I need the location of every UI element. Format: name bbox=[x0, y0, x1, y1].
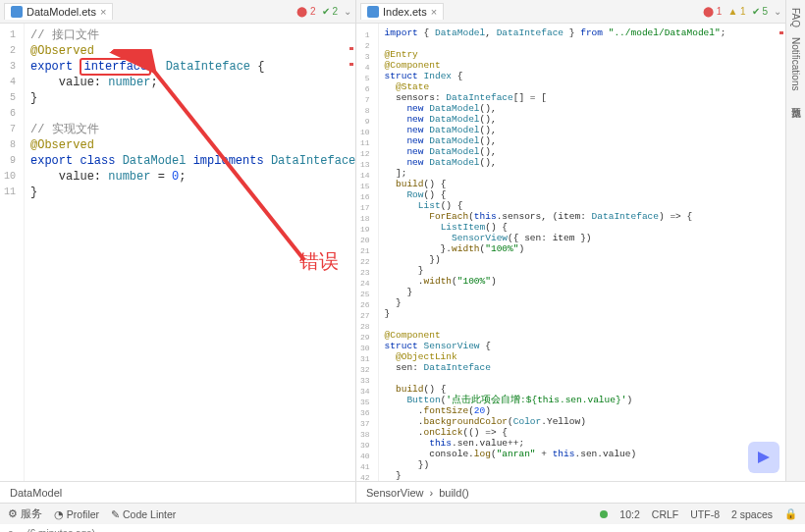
warn-count-icon: ▲ 1 bbox=[727, 6, 745, 17]
error-marker[interactable] bbox=[349, 63, 353, 66]
right-breadcrumb[interactable]: SensorView › build() bbox=[356, 482, 479, 503]
right-editor[interactable]: 1234567891011121314151617181920212223242… bbox=[356, 24, 785, 481]
annotation-label: 错误 bbox=[299, 248, 339, 275]
status-left: ⚙ 服务 ◔ Profiler ✎ Code Linter bbox=[8, 507, 176, 521]
code-linter-button[interactable]: ✎ Code Linter bbox=[111, 508, 176, 520]
faq-tool[interactable]: FAQ bbox=[790, 8, 801, 27]
file-icon bbox=[367, 6, 379, 18]
left-tab-status: ⬤ 2 ✔ 2 ⌄ bbox=[296, 6, 351, 17]
line-ending[interactable]: CRLF bbox=[652, 508, 678, 520]
left-gutter: 1234567891011 bbox=[0, 24, 25, 481]
cursor-position[interactable]: 10:2 bbox=[619, 508, 639, 520]
error-count-icon: ⬤ 2 bbox=[296, 6, 315, 17]
status-bar: ⚙ 服务 ◔ Profiler ✎ Code Linter 10:2 CRLF … bbox=[0, 503, 805, 524]
breadcrumb-item[interactable]: SensorView bbox=[366, 487, 424, 499]
file-icon bbox=[11, 6, 23, 18]
chevron-icon[interactable]: ⌄ bbox=[774, 6, 781, 17]
left-editor-pane: DataModel.ets × ⬤ 2 ✔ 2 ⌄ 1234567891011 … bbox=[0, 0, 356, 481]
ok-count-icon: ✔ 2 bbox=[322, 6, 338, 17]
encoding[interactable]: UTF-8 bbox=[690, 508, 720, 520]
breadcrumb-item[interactable]: build() bbox=[439, 487, 469, 499]
left-breadcrumb[interactable]: DataModel bbox=[0, 482, 356, 503]
breadcrumb-item[interactable]: DataModel bbox=[10, 487, 62, 499]
status-right: 10:2 CRLF UTF-8 2 spaces 🔒 bbox=[600, 507, 797, 520]
notifications-tool[interactable]: Notifications bbox=[790, 37, 801, 90]
sync-status-icon[interactable] bbox=[600, 510, 608, 518]
tab-label: Index.ets bbox=[383, 6, 427, 18]
services-button[interactable]: ⚙ 服务 bbox=[8, 507, 42, 521]
error-marker[interactable] bbox=[349, 47, 353, 50]
chevron-icon[interactable]: ⌄ bbox=[344, 6, 351, 17]
tab-label: DataModel.ets bbox=[27, 6, 96, 18]
right-tab-status: ⬤ 1 ▲ 1 ✔ 5 ⌄ bbox=[703, 6, 781, 17]
right-tab-bar: Index.ets × ⬤ 1 ▲ 1 ✔ 5 ⌄ bbox=[356, 0, 785, 24]
error-marker[interactable] bbox=[779, 31, 783, 34]
right-editor-pane: Index.ets × ⬤ 1 ▲ 1 ✔ 5 ⌄ 12345678910111… bbox=[356, 0, 785, 481]
right-code[interactable]: import { DataModel, DataInteface } from … bbox=[379, 24, 785, 481]
profiler-button[interactable]: ◔ Profiler bbox=[54, 508, 99, 520]
close-icon[interactable]: × bbox=[431, 6, 437, 18]
breadcrumb-row: DataModel SensorView › build() bbox=[0, 481, 805, 503]
lock-icon[interactable]: 🔒 bbox=[784, 507, 797, 520]
ok-count-icon: ✔ 5 bbox=[752, 6, 768, 17]
close-icon[interactable]: × bbox=[100, 6, 106, 18]
vcs-status[interactable]: e ... (6 minutes ago) bbox=[0, 524, 805, 532]
tab-datamodel[interactable]: DataModel.ets × bbox=[4, 3, 113, 20]
chevron-right-icon: › bbox=[430, 487, 434, 499]
floating-assistant-icon[interactable] bbox=[748, 442, 779, 473]
right-gutter: 1234567891011121314151617181920212223242… bbox=[356, 24, 379, 481]
tab-index[interactable]: Index.ets × bbox=[360, 3, 444, 20]
error-count-icon: ⬤ 1 bbox=[703, 6, 722, 17]
indent-setting[interactable]: 2 spaces bbox=[731, 508, 773, 520]
right-toolbar: FAQ Notifications 预览器 bbox=[785, 0, 805, 481]
left-tab-bar: DataModel.ets × ⬤ 2 ✔ 2 ⌄ bbox=[0, 0, 355, 24]
